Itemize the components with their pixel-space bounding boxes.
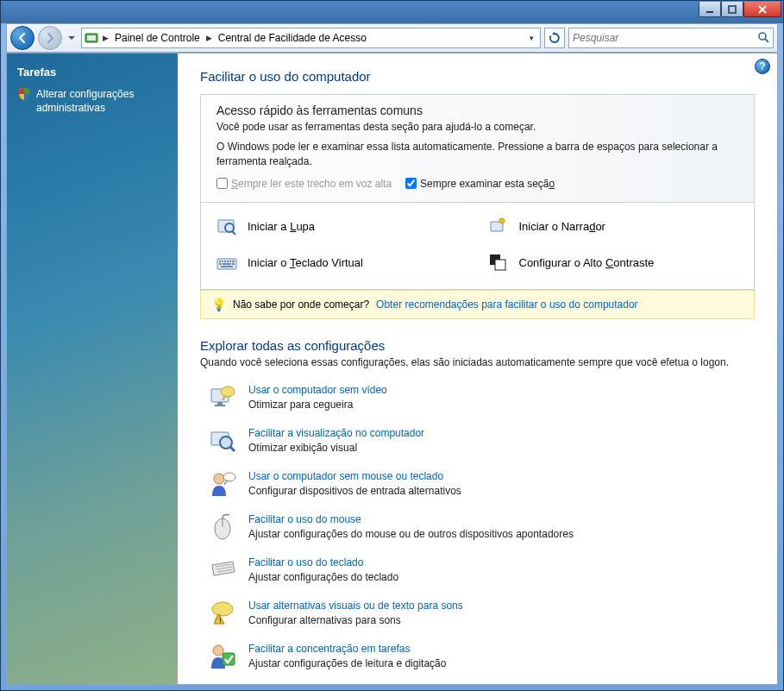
keyboard-icon: [209, 556, 236, 584]
close-button[interactable]: [743, 2, 781, 17]
checkbox-always-scan-label: Sempre examinar esta seção: [420, 178, 555, 190]
svg-rect-19: [223, 263, 231, 265]
quick-access-title: Acesso rápido às ferramentas comuns: [216, 104, 738, 117]
high-contrast-icon: [488, 253, 509, 273]
mouse-icon: [209, 513, 236, 541]
explore-title: Explorar todas as configurações: [200, 338, 755, 353]
search-box[interactable]: [568, 28, 774, 48]
explore-subtitle: Quando você seleciona essas configuraçõe…: [200, 356, 755, 368]
svg-point-4: [759, 33, 766, 40]
svg-line-8: [232, 231, 235, 235]
tool-narrator-label: Iniciar o Narrador: [519, 220, 605, 233]
maximize-button[interactable]: [721, 2, 743, 17]
tool-onscreen-keyboard-label: Iniciar o Teclado Virtual: [248, 256, 363, 269]
svg-point-31: [214, 474, 224, 484]
hint-link[interactable]: Obter recomendações para facilitar o uso…: [376, 298, 638, 311]
tool-onscreen-keyboard[interactable]: Iniciar o Teclado Virtual: [216, 253, 467, 273]
setting-link[interactable]: Facilitar a concentração em tarefas: [248, 643, 410, 655]
titlebar: [1, 1, 783, 23]
svg-rect-1: [729, 6, 736, 13]
search-input[interactable]: [573, 32, 757, 44]
main: ? Facilitar o uso do computador Acesso r…: [178, 53, 777, 684]
search-icon[interactable]: [757, 31, 769, 46]
window-controls: [699, 1, 781, 17]
minimize-button[interactable]: [699, 2, 721, 17]
back-button[interactable]: [10, 26, 34, 50]
hint-prefix: Não sabe por onde começar?: [233, 298, 369, 311]
checkbox-always-scan-input[interactable]: [405, 178, 417, 189]
svg-point-10: [499, 218, 505, 223]
svg-line-30: [230, 447, 235, 451]
sidebar-task-admin-settings[interactable]: Alterar configurações administrativas: [17, 87, 167, 115]
tool-magnifier[interactable]: Iniciar a Lupa: [216, 217, 467, 237]
forward-button[interactable]: [38, 26, 62, 50]
checkbox-always-read[interactable]: Sempre ler este trecho em voz alta: [216, 178, 392, 190]
svg-point-29: [220, 437, 232, 449]
tool-high-contrast-label: Configurar o Alto Contraste: [519, 256, 655, 269]
breadcrumb-root[interactable]: Painel de Controle: [112, 32, 203, 44]
setting-desc: Configurar dispositivos de entrada alter…: [248, 485, 461, 497]
setting-link[interactable]: Usar o computador sem vídeo: [248, 384, 387, 396]
hint-bar: 💡 Não sabe por onde começar? Obter recom…: [200, 290, 755, 319]
checkbox-always-read-input[interactable]: [216, 178, 228, 189]
quick-access-subtitle: Você pode usar as ferramentas desta seçã…: [216, 121, 738, 133]
content: Tarefas Alterar configurações administra…: [6, 53, 778, 685]
speech-alert-icon: !: [209, 600, 236, 627]
shield-icon: [17, 87, 31, 101]
setting-desc: Configurar alternativas para sons: [248, 614, 463, 626]
person-speech-icon: [209, 470, 236, 498]
person-check-icon: [209, 643, 236, 670]
svg-line-5: [765, 39, 768, 42]
tool-high-contrast[interactable]: Configurar o Alto Contraste: [488, 253, 739, 273]
svg-rect-26: [215, 405, 225, 406]
refresh-button[interactable]: [544, 28, 565, 48]
tool-narrator[interactable]: Iniciar o Narrador: [488, 217, 739, 237]
checkbox-always-scan[interactable]: Sempre examinar esta seção: [405, 178, 555, 190]
quick-access-note: O Windows pode ler e examinar essa lista…: [216, 140, 738, 169]
svg-rect-16: [229, 261, 231, 262]
checkbox-always-read-label: Sempre ler este trecho em voz alta: [231, 178, 392, 190]
svg-rect-41: [223, 653, 235, 665]
breadcrumb-sep-icon: ▶: [204, 34, 214, 42]
svg-text:!: !: [219, 616, 222, 625]
breadcrumb-dropdown[interactable]: ▾: [524, 34, 538, 42]
svg-rect-25: [217, 402, 223, 405]
svg-rect-20: [232, 263, 235, 265]
setting-sound-alternatives: ! Usar alternativas visuais ou de texto …: [209, 600, 755, 627]
svg-rect-21: [221, 266, 233, 267]
setting-link[interactable]: Usar o computador sem mouse ou teclado: [248, 470, 443, 482]
setting-link[interactable]: Facilitar o uso do teclado: [248, 556, 363, 569]
sidebar-tasks-header: Tarefas: [17, 66, 167, 79]
svg-rect-0: [706, 11, 713, 13]
setting-desc: Ajustar configurações do mouse ou de out…: [248, 528, 574, 540]
page-title: Facilitar o uso do computador: [200, 69, 755, 84]
setting-desc: Ajustar configurações do teclado: [248, 571, 398, 583]
recent-pages-dropdown[interactable]: [66, 35, 78, 41]
narrator-icon: [488, 217, 509, 237]
setting-desc: Otimizar exibição visual: [248, 442, 424, 454]
breadcrumb: ▶ Painel de Controle ▶ Central de Facili…: [81, 28, 541, 48]
setting-desc: Otimizar para cegueira: [248, 399, 387, 411]
svg-point-27: [221, 386, 235, 397]
setting-mouse-easier: Facilitar o uso do mouse Ajustar configu…: [209, 513, 755, 541]
lightbulb-icon: 💡: [211, 298, 226, 311]
svg-point-40: [213, 645, 223, 656]
settings-list: Usar o computador sem vídeo Otimizar par…: [200, 384, 755, 670]
svg-rect-13: [222, 261, 223, 262]
help-button[interactable]: ?: [755, 59, 770, 74]
svg-rect-17: [232, 261, 235, 262]
quick-access-box: Acesso rápido às ferramentas comuns Você…: [200, 94, 755, 203]
control-panel-icon: [84, 30, 99, 46]
svg-rect-18: [219, 263, 222, 265]
setting-no-display: Usar o computador sem vídeo Otimizar par…: [209, 384, 755, 411]
tool-magnifier-label: Iniciar a Lupa: [248, 220, 315, 233]
setting-keyboard-easier: Facilitar o uso do teclado Ajustar confi…: [209, 556, 755, 584]
magnify-display-icon: [209, 427, 236, 455]
setting-link[interactable]: Facilitar a visualização no computador: [248, 427, 424, 439]
breadcrumb-current[interactable]: Central de Facilidade de Acesso: [216, 32, 369, 44]
setting-link[interactable]: Facilitar o uso do mouse: [248, 513, 361, 525]
setting-link[interactable]: Usar alternativas visuais ou de texto pa…: [248, 600, 463, 612]
magnifier-icon: [216, 217, 237, 237]
monitor-speech-icon: [209, 384, 236, 411]
setting-no-mouse-keyboard: Usar o computador sem mouse ou teclado C…: [209, 470, 755, 498]
